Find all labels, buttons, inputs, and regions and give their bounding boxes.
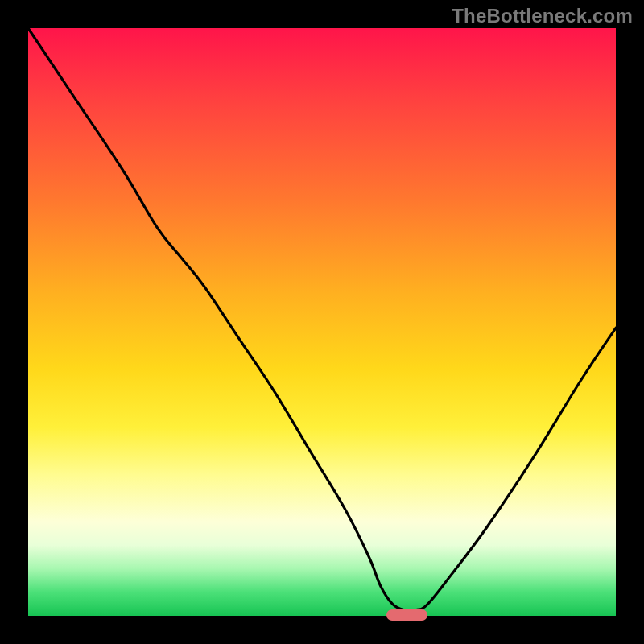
minimum-marker: [386, 609, 427, 621]
bottleneck-curve: [28, 28, 616, 616]
chart-frame: TheBottleneck.com: [0, 0, 644, 644]
watermark-text: TheBottleneck.com: [452, 5, 633, 27]
curve-path: [28, 28, 616, 611]
